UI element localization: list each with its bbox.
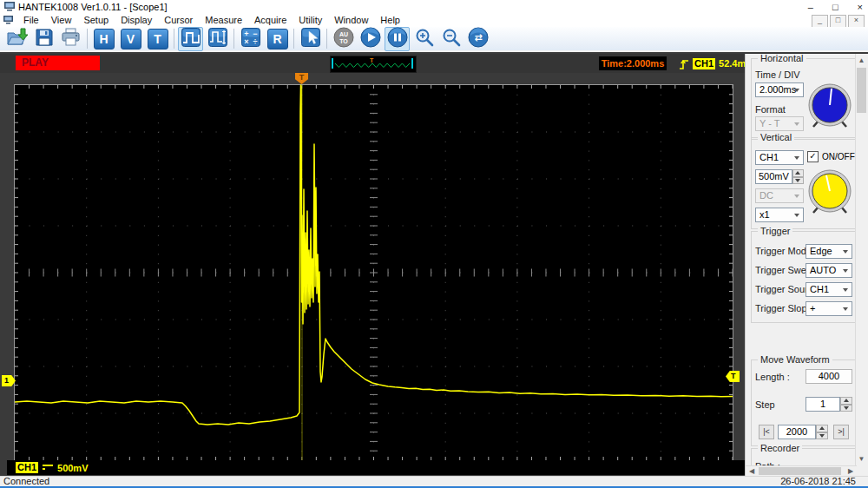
channel-value: CH1 (760, 152, 779, 162)
horizontal-group: Horizontal Time / DIV 2.000ms Format Y -… (751, 58, 856, 140)
chevron-down-icon (794, 89, 799, 92)
toolbar-reference-button[interactable]: R (265, 27, 290, 51)
spinner-up-icon[interactable] (816, 425, 828, 432)
go-first-button[interactable]: |< (759, 425, 774, 439)
spinner-up-icon[interactable] (840, 397, 852, 405)
scope-display-region: T 1 T (7, 73, 745, 460)
toolbar-zoom-out-button[interactable] (438, 27, 464, 51)
menu-window[interactable]: Window (328, 14, 374, 27)
toolbar-horizontal-setup-button[interactable]: H (91, 27, 116, 51)
vertical-scroll-thumb[interactable] (857, 68, 866, 113)
spinner-down-icon[interactable] (816, 432, 828, 440)
svg-text:AU: AU (339, 31, 347, 37)
toolbar-open-button[interactable] (4, 27, 30, 51)
play-icon (360, 27, 381, 51)
spinner-down-icon[interactable] (840, 405, 852, 412)
toolbar-vertical-setup-button[interactable]: V (118, 27, 143, 51)
menu-acquire[interactable]: Acquire (248, 14, 293, 27)
titlebar: HANTEK1008 Ver1.0.11 - [Scope1] – □ × (0, 0, 868, 14)
trigger-mode-value: Edge (810, 246, 832, 256)
menu-display[interactable]: Display (115, 14, 158, 27)
svg-text:TO: TO (339, 38, 348, 44)
toolbar-pause-button[interactable] (385, 27, 410, 51)
spinner-up-icon[interactable] (792, 169, 804, 177)
menu-help[interactable]: Help (374, 14, 406, 27)
channel-onoff-checkbox[interactable]: ON/OFF (807, 151, 855, 162)
coupling-value: DC (760, 190, 773, 201)
panel-vertical-scrollbar[interactable]: ▲ ▼ (855, 54, 868, 465)
position-stepper[interactable]: 2000 (778, 425, 828, 439)
trigger-sweep-value: AUTO (810, 265, 836, 275)
scroll-right-icon[interactable]: ▶ (845, 466, 857, 476)
probe-select[interactable]: x1 (755, 208, 804, 222)
length-value: 4000 (806, 369, 852, 384)
menu-utility[interactable]: Utility (293, 14, 328, 27)
onoff-label: ON/OFF (822, 152, 855, 162)
trigger-slope-select[interactable]: + (806, 301, 852, 316)
toolbar-autoset-button[interactable]: AUTO (331, 27, 356, 51)
vertical-setup-letter-icon: V (121, 29, 141, 49)
toolbar-start-button[interactable] (358, 27, 383, 51)
menu-file[interactable]: File (17, 14, 45, 27)
toolbar-zoom-in-button[interactable] (411, 27, 437, 51)
vertical-position-knob[interactable] (806, 168, 854, 216)
probe-value: x1 (760, 209, 770, 220)
menu-cursor[interactable]: Cursor (158, 14, 199, 27)
horizontal-scroll-thumb[interactable] (759, 467, 841, 475)
toolbar-cursor-measure-button[interactable] (298, 27, 323, 51)
scroll-left-icon[interactable]: ◀ (746, 466, 758, 476)
scroll-down-icon[interactable]: ▼ (856, 452, 867, 465)
info-bar: PLAY T Time:2.000ms CH1 52.4mV (0, 54, 745, 73)
step-stepper[interactable]: 1 (806, 397, 852, 412)
trigger-slope-label: Trigger Slope (755, 303, 812, 313)
child-close-button[interactable]: × (848, 15, 865, 28)
toolbar-trigger-setup-button[interactable]: T (145, 27, 170, 51)
toolbar-save-button[interactable] (31, 27, 56, 51)
vertical-group-title: Vertical (758, 132, 794, 142)
svg-text:⇄: ⇄ (474, 32, 482, 43)
chevron-down-icon (843, 250, 848, 254)
math-icon: +−×÷ (241, 28, 260, 50)
channel-select[interactable]: CH1 (755, 150, 804, 165)
toolbar-print-button[interactable] (58, 27, 83, 51)
toolbar: HVT+−×÷RAUTO⇄ (0, 27, 868, 52)
trigger-mode-select[interactable]: Edge (806, 244, 852, 259)
child-minimize-button[interactable]: _ (812, 15, 828, 28)
spinner-down-icon[interactable] (792, 177, 804, 185)
toolbar-measure-button[interactable] (205, 27, 230, 51)
close-button[interactable]: × (858, 2, 863, 12)
trigger-position-marker[interactable]: T (295, 73, 308, 84)
go-last-button[interactable]: >| (833, 425, 849, 439)
window-title: HANTEK1008 Ver1.0.11 - [Scope1] (18, 2, 168, 12)
move-waveform-group: Move Waveform Length : 4000 Step 1 |< 20… (751, 359, 856, 446)
scroll-up-icon[interactable]: ▲ (856, 54, 867, 67)
menu-measure[interactable]: Measure (199, 14, 248, 27)
chevron-down-icon (843, 269, 848, 273)
menu-view[interactable]: View (45, 14, 78, 27)
menubar: FileViewSetupDisplayCursorMeasureAcquire… (0, 14, 868, 27)
trigger-sweep-select[interactable]: AUTO (806, 263, 852, 278)
time-div-value: 2.000ms (760, 84, 796, 95)
toolbar-self-calibration-button[interactable]: ⇄ (465, 27, 490, 51)
horizontal-group-title: Horizontal (758, 54, 806, 63)
checkbox-check-icon (807, 151, 819, 162)
toolbar-waveform-mode-button[interactable] (178, 27, 203, 51)
restore-button[interactable]: □ (832, 2, 838, 12)
vertical-group: Vertical CH1 ON/OFF 500mV DC (751, 137, 856, 229)
trigger-source-value: CH1 (810, 284, 829, 294)
minimize-button[interactable]: – (808, 2, 813, 12)
trigger-source-select[interactable]: CH1 (806, 282, 852, 297)
zoom-in-icon (414, 27, 435, 51)
position-value: 2000 (778, 425, 816, 439)
channel1-voltdiv: 500mV (57, 463, 88, 473)
time-div-knob[interactable] (806, 82, 854, 130)
time-div-label: Time / DIV (755, 69, 800, 80)
time-div-select[interactable]: 2.000ms (755, 82, 804, 97)
toolbar-math-button[interactable]: +−×÷ (238, 27, 263, 51)
length-label: Length : (755, 372, 790, 382)
menu-setup[interactable]: Setup (77, 14, 115, 27)
play-status-indicator: PLAY (16, 56, 100, 70)
child-restore-button[interactable]: □ (830, 15, 846, 28)
volts-div-stepper[interactable]: 500mV (755, 169, 804, 184)
toolbar-separator (233, 29, 234, 49)
